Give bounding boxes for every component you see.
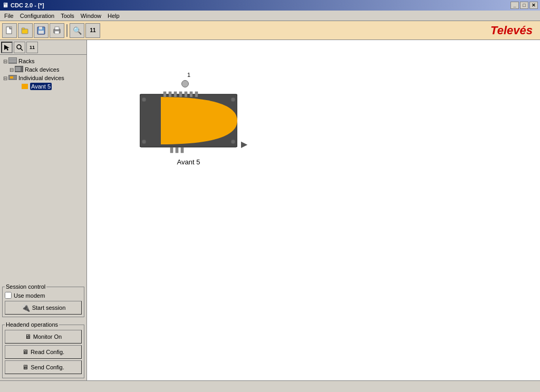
start-session-button[interactable]: 🔌 Start session: [5, 301, 82, 315]
expand-icon: ⊟: [2, 58, 8, 64]
use-modem-label: Use modem: [14, 292, 45, 299]
session-control-panel: Session control Use modem 🔌 Start sessio…: [2, 283, 84, 317]
send-config-button[interactable]: 🖥 Send Config.: [5, 360, 82, 374]
toolbar-zoom-button[interactable]: 🔍: [70, 23, 84, 38]
device-tree: ⊟ Racks ⊟ Rack devices ⊟ Individual devi…: [0, 55, 86, 281]
monitor-on-button[interactable]: 🖥 Monitor On: [5, 330, 82, 344]
svg-rect-18: [15, 67, 21, 71]
rack-icon: [8, 57, 17, 65]
expand-icon2: ⊟: [8, 67, 15, 73]
svg-rect-25: [179, 92, 182, 97]
svg-marker-10: [4, 45, 9, 51]
rack-devices-label: Rack devices: [25, 66, 59, 73]
start-session-label: Start session: [32, 305, 66, 311]
read-config-icon: 🖥: [22, 348, 28, 356]
svg-rect-20: [10, 76, 13, 79]
tree-item-rack-devices[interactable]: ⊟ Rack devices: [8, 65, 84, 74]
svg-rect-6: [38, 31, 44, 34]
device-label: Avant 5: [177, 158, 200, 166]
svg-point-34: [231, 97, 235, 102]
svg-rect-15: [9, 60, 16, 61]
toolbar-open-button[interactable]: [18, 23, 33, 38]
svg-point-11: [17, 45, 21, 49]
svg-rect-29: [170, 148, 173, 153]
titlebar-controls: _ □ ✕: [510, 2, 538, 9]
use-modem-row: Use modem: [5, 292, 82, 299]
toolbar-print-button[interactable]: [50, 23, 64, 38]
titlebar: 🖥 CDC 2.0 - [*] _ □ ✕: [0, 0, 540, 11]
node-number: 1: [185, 72, 192, 78]
num-tool-button[interactable]: 11: [26, 42, 38, 53]
menu-file[interactable]: File: [1, 12, 17, 20]
send-config-icon: 🖥: [22, 364, 28, 371]
tree-item-individual-devices[interactable]: ⊟ Individual devices: [2, 74, 84, 82]
main-layout: 11 ⊟ Racks ⊟ Rack devices ⊟: [0, 40, 540, 380]
svg-point-35: [231, 140, 235, 144]
restore-button[interactable]: □: [520, 2, 528, 9]
device-svg: [140, 86, 237, 155]
rack-devices-icon: [15, 66, 23, 73]
avant5-label: Avant 5: [30, 83, 52, 90]
session-control-title: Session control: [5, 283, 46, 290]
use-modem-checkbox[interactable]: [5, 292, 12, 299]
svg-rect-14: [9, 58, 16, 59]
send-config-label: Send Config.: [31, 364, 64, 370]
svg-rect-22: [163, 92, 166, 97]
avant5-icon: [21, 83, 28, 90]
toolbar: 🔍 11 Televés: [0, 21, 540, 40]
svg-rect-8: [55, 27, 59, 30]
menu-configuration[interactable]: Configuration: [17, 12, 57, 20]
svg-rect-26: [185, 92, 187, 97]
left-panel: 11 ⊟ Racks ⊟ Rack devices ⊟: [0, 40, 87, 380]
individual-devices-label: Individual devices: [18, 75, 64, 81]
menu-help[interactable]: Help: [104, 12, 123, 20]
svg-line-12: [21, 48, 23, 51]
monitor-on-label: Monitor On: [33, 334, 62, 340]
svg-rect-28: [195, 92, 198, 97]
zoom-tool-button[interactable]: [14, 42, 25, 53]
headend-ops-title: Headend operations: [5, 321, 59, 328]
svg-rect-3: [22, 28, 25, 30]
brand-logo: Televés: [490, 24, 538, 37]
svg-rect-27: [190, 92, 192, 97]
select-tool-button[interactable]: [1, 42, 13, 53]
canvas-area[interactable]: 1: [87, 40, 540, 380]
statusbar: [0, 380, 540, 392]
svg-point-32: [142, 97, 146, 102]
titlebar-left: 🖥 CDC 2.0 - [*]: [2, 2, 44, 9]
svg-rect-31: [181, 148, 184, 153]
svg-rect-24: [174, 92, 177, 97]
svg-rect-30: [176, 148, 178, 153]
start-session-icon: 🔌: [21, 303, 30, 312]
menu-tools[interactable]: Tools: [57, 12, 78, 20]
individual-devices-icon: [8, 74, 17, 82]
app-icon: 🖥: [2, 2, 8, 9]
toolbar-save-button[interactable]: [34, 23, 49, 38]
menu-window[interactable]: Window: [78, 12, 104, 20]
device-node: 1: [140, 72, 237, 156]
toolbar-new-button[interactable]: [2, 23, 17, 38]
tool-icons-bar: 11: [0, 40, 86, 55]
close-button[interactable]: ✕: [529, 2, 538, 9]
device-container: 1: [140, 72, 237, 166]
svg-rect-9: [55, 31, 59, 34]
read-config-button[interactable]: 🖥 Read Config.: [5, 345, 82, 359]
toolbar-separator: [66, 24, 68, 37]
toolbar-num-button[interactable]: 11: [85, 23, 100, 38]
read-config-label: Read Config.: [31, 349, 64, 355]
app-title: CDC 2.0 - [*]: [11, 2, 44, 8]
svg-rect-16: [9, 61, 16, 62]
racks-label: Racks: [18, 58, 35, 64]
svg-rect-5: [39, 27, 42, 30]
expand-icon3: ⊟: [2, 75, 8, 81]
minimize-button[interactable]: _: [510, 2, 519, 9]
canvas-play-arrow: ▶: [241, 139, 247, 149]
monitor-on-icon: 🖥: [25, 333, 31, 340]
tree-item-avant5[interactable]: Avant 5: [15, 82, 84, 91]
svg-rect-23: [169, 92, 171, 97]
svg-point-33: [142, 140, 146, 144]
menubar: File Configuration Tools Window Help: [0, 11, 540, 21]
tree-item-racks[interactable]: ⊟ Racks: [2, 57, 84, 65]
headend-operations-panel: Headend operations 🖥 Monitor On 🖥 Read C…: [2, 321, 84, 378]
